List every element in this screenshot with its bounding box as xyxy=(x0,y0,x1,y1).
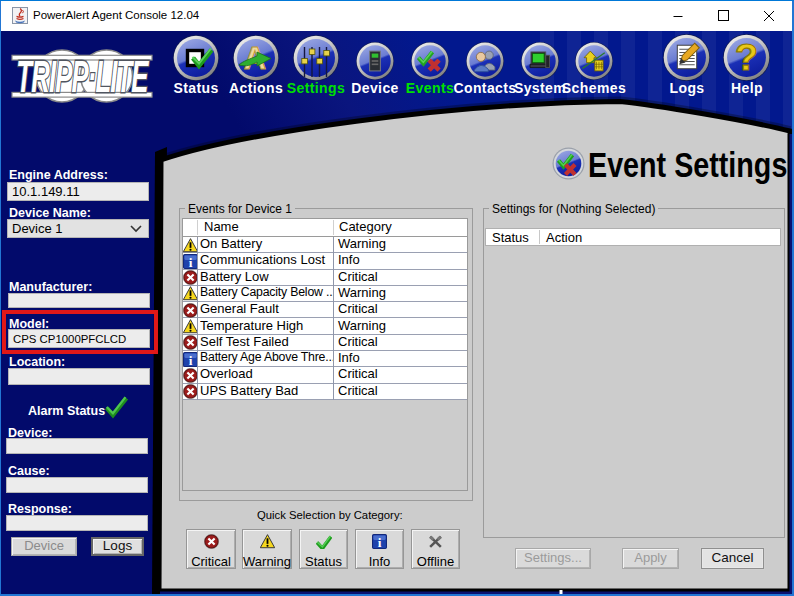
svg-text:?: ? xyxy=(735,36,758,78)
svg-text:TRIPP·LITE: TRIPP·LITE xyxy=(16,51,149,101)
